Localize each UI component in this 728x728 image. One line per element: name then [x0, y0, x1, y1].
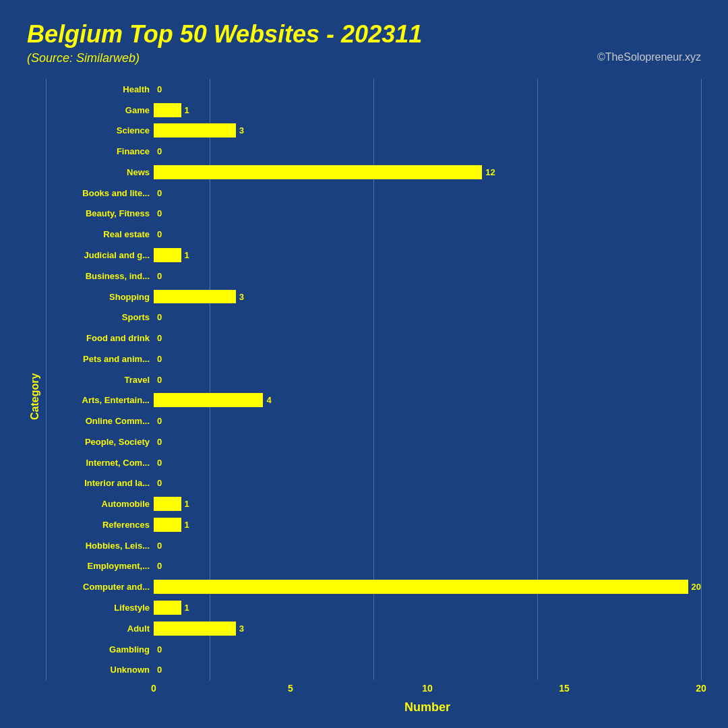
bar-label: Computer and... — [46, 582, 154, 592]
bar-label: Sports — [46, 312, 154, 322]
bar-label: News — [46, 167, 154, 177]
bar-track: 0 — [154, 431, 701, 452]
bar-value: 3 — [239, 125, 244, 135]
bar-track: 1 — [154, 100, 701, 121]
bar-row: Shopping3 — [46, 286, 701, 307]
bar-label: Shopping — [46, 292, 154, 302]
page-title: Belgium Top 50 Websites - 202311 — [27, 20, 701, 49]
bar-label: Science — [46, 125, 154, 135]
bar-label: Automobile — [46, 499, 154, 509]
bar-value: 0 — [157, 561, 162, 571]
x-tick-label: 0 — [151, 683, 156, 694]
bar-value: 1 — [185, 520, 189, 530]
bar-value: 3 — [239, 292, 244, 302]
bar-row: Lifestyle1 — [46, 597, 701, 618]
bar-label: Internet, Com... — [46, 458, 154, 468]
bar-track: 0 — [154, 266, 701, 286]
bar-track: 0 — [154, 224, 701, 245]
bar-row: News12 — [46, 162, 701, 183]
bar-fill — [154, 601, 181, 615]
bar-row: Pets and anim...0 — [46, 348, 701, 369]
bar-value: 0 — [157, 458, 162, 468]
x-axis-label: Number — [404, 700, 450, 715]
bar-value: 0 — [157, 312, 162, 322]
bar-track: 3 — [154, 618, 701, 639]
bar-value: 0 — [157, 333, 162, 343]
bar-label: People, Society — [46, 437, 154, 447]
bar-fill — [154, 621, 236, 636]
source-label: (Source: Similarweb) — [27, 51, 140, 65]
bar-label: Interior and la... — [46, 478, 154, 488]
bar-value: 0 — [157, 188, 162, 198]
x-tick-label: 5 — [288, 683, 293, 694]
bar-value: 1 — [185, 105, 189, 115]
bar-value: 0 — [157, 354, 162, 364]
bar-label: Food and drink — [46, 333, 154, 343]
bar-value: 0 — [157, 229, 162, 239]
bar-value: 4 — [266, 395, 271, 405]
bar-row: Judicial and g...1 — [46, 245, 701, 266]
bar-value: 1 — [185, 499, 189, 509]
bar-value: 0 — [157, 437, 162, 447]
bar-track: 4 — [154, 390, 701, 411]
bar-value: 0 — [157, 208, 162, 218]
bar-row: References1 — [46, 514, 701, 535]
bar-value: 0 — [157, 644, 162, 655]
bar-label: Health — [46, 84, 154, 94]
bar-track: 0 — [154, 79, 701, 100]
bar-row: Gambling0 — [46, 639, 701, 660]
bar-value: 1 — [185, 603, 189, 613]
bar-row: Food and drink0 — [46, 328, 701, 348]
bar-track: 0 — [154, 639, 701, 660]
bar-row: Employment,...0 — [46, 556, 701, 577]
bar-track: 0 — [154, 204, 701, 224]
bar-track: 1 — [154, 245, 701, 266]
bar-track: 3 — [154, 121, 701, 142]
bar-value: 1 — [185, 250, 189, 260]
bar-fill — [154, 518, 181, 532]
bar-row: Interior and la...0 — [46, 473, 701, 494]
bar-fill — [154, 497, 181, 511]
bar-label: Finance — [46, 146, 154, 156]
bar-row: Hobbies, Leis...0 — [46, 535, 701, 556]
bar-value: 20 — [692, 582, 701, 592]
bar-row: Automobile1 — [46, 493, 701, 514]
bar-value: 0 — [157, 375, 162, 385]
bar-row: Real estate0 — [46, 224, 701, 245]
bar-label: Hobbies, Leis... — [46, 541, 154, 551]
bar-fill — [154, 248, 181, 262]
bar-track: 20 — [154, 576, 701, 597]
bar-value: 0 — [157, 84, 162, 94]
bar-row: Science3 — [46, 121, 701, 142]
bar-label: Business, ind... — [46, 271, 154, 281]
bar-label: Beauty, Fitness — [46, 208, 154, 218]
bar-row: Business, ind...0 — [46, 266, 701, 286]
bar-label: Books and lite... — [46, 188, 154, 198]
bar-row: Finance0 — [46, 141, 701, 162]
bar-value: 0 — [157, 416, 162, 426]
bar-fill — [154, 290, 236, 304]
bar-label: References — [46, 520, 154, 530]
bar-track: 0 — [154, 307, 701, 328]
bar-track: 0 — [154, 452, 701, 473]
bar-fill — [154, 580, 688, 594]
bar-track: 1 — [154, 514, 701, 535]
bar-track: 0 — [154, 141, 701, 162]
bar-value: 0 — [157, 478, 162, 488]
bar-row: Internet, Com...0 — [46, 452, 701, 473]
bar-value: 0 — [157, 146, 162, 156]
bar-label: Employment,... — [46, 561, 154, 571]
bar-value: 0 — [157, 665, 162, 675]
bar-track: 0 — [154, 411, 701, 431]
bar-label: Adult — [46, 624, 154, 634]
bar-value: 0 — [157, 271, 162, 281]
x-tick-label: 20 — [696, 683, 706, 694]
bar-row: Sports0 — [46, 307, 701, 328]
bar-fill — [154, 123, 236, 138]
bar-label: Real estate — [46, 229, 154, 239]
bar-track: 0 — [154, 473, 701, 494]
bar-value: 12 — [485, 167, 495, 177]
bar-value: 3 — [239, 624, 244, 634]
bar-row: People, Society0 — [46, 431, 701, 452]
copyright-label: ©TheSolopreneur.xyz — [597, 51, 701, 65]
